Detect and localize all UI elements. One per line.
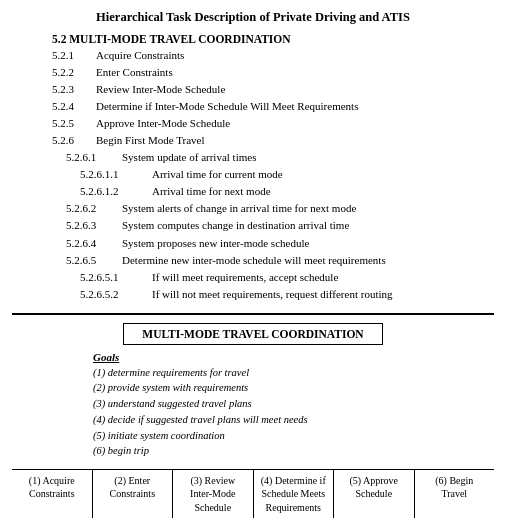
outline-item-num: 5.2.6.1.2 xyxy=(80,183,148,200)
goals-list: (1) determine requirements for travel(2)… xyxy=(93,365,413,460)
step-num: (2) Enter xyxy=(98,474,168,488)
outline-item-num: 5.2.6.1.1 xyxy=(80,166,148,183)
goal-item: (2) provide system with requirements xyxy=(93,380,413,396)
outline-item-text: System proposes new inter-mode schedule xyxy=(122,235,309,252)
coord-box: MULTI-MODE TRAVEL COORDINATION xyxy=(123,323,382,345)
step-label-line: Schedule xyxy=(339,487,409,501)
outline-item: 5.2.6.1System update of arrival times xyxy=(66,149,494,166)
outline-item-text: Enter Constraints xyxy=(96,64,173,81)
step-label-line: Inter-Mode xyxy=(178,487,248,501)
divider xyxy=(12,313,494,315)
page: Hierarchical Task Description of Private… xyxy=(0,0,506,526)
outline-item-text: System computes change in destination ar… xyxy=(122,217,349,234)
outline-item-text: If will meet requirements, accept schedu… xyxy=(152,269,338,286)
lower-section: MULTI-MODE TRAVEL COORDINATION Goals (1)… xyxy=(12,323,494,518)
section-header: 5.2 MULTI-MODE TRAVEL COORDINATION xyxy=(52,33,494,45)
outline-item: 5.2.6.5.1If will meet requirements, acce… xyxy=(80,269,494,286)
step-label-line: Schedule Meets xyxy=(259,487,329,501)
outline-item-text: Acquire Constraints xyxy=(96,47,184,64)
bottom-bar: (1) AcquireConstraints(2) EnterConstrain… xyxy=(12,469,494,519)
outline-item-text: Determine new inter-mode schedule will m… xyxy=(122,252,386,269)
step-label-line: Requirements xyxy=(259,501,329,515)
outline-item-num: 5.2.6.3 xyxy=(66,217,118,234)
page-title: Hierarchical Task Description of Private… xyxy=(12,10,494,25)
step-label-line: Constraints xyxy=(98,487,168,501)
outline-item-text: Begin First Mode Travel xyxy=(96,132,204,149)
outline-item-num: 5.2.6.5 xyxy=(66,252,118,269)
outline-item: 5.2.5Approve Inter-Mode Schedule xyxy=(52,115,494,132)
step-num: (4) Determine if xyxy=(259,474,329,488)
step-num: (1) Acquire xyxy=(17,474,87,488)
outline-item: 5.2.6.5Determine new inter-mode schedule… xyxy=(66,252,494,269)
outline-item: 5.2.6.2System alerts of change in arriva… xyxy=(66,200,494,217)
goals-area: Goals (1) determine requirements for tra… xyxy=(12,351,494,460)
outline-item-num: 5.2.6 xyxy=(52,132,92,149)
outline-item-text: Arrival time for current mode xyxy=(152,166,283,183)
outline-item: 5.2.1Acquire Constraints xyxy=(52,47,494,64)
outline-item: 5.2.6.5.2If will not meet requirements, … xyxy=(80,286,494,303)
step-label-line: Travel xyxy=(420,487,490,501)
outline-item-num: 5.2.6.2 xyxy=(66,200,118,217)
step-label-line: Constraints xyxy=(17,487,87,501)
outline-item-num: 5.2.4 xyxy=(52,98,92,115)
step-label-line: Schedule xyxy=(178,501,248,515)
outline-item-num: 5.2.6.5.1 xyxy=(80,269,148,286)
step-button-4[interactable]: (4) Determine ifSchedule MeetsRequiremen… xyxy=(254,470,335,519)
outline: 5.2.1Acquire Constraints5.2.2Enter Const… xyxy=(52,47,494,303)
outline-item: 5.2.6.1.2Arrival time for next mode xyxy=(80,183,494,200)
outline-item: 5.2.2Enter Constraints xyxy=(52,64,494,81)
outline-item: 5.2.6.3System computes change in destina… xyxy=(66,217,494,234)
outline-item-text: Determine if Inter-Mode Schedule Will Me… xyxy=(96,98,358,115)
step-button-2[interactable]: (2) EnterConstraints xyxy=(93,470,174,519)
outline-item-text: Approve Inter-Mode Schedule xyxy=(96,115,230,132)
outline-item-num: 5.2.1 xyxy=(52,47,92,64)
step-num: (6) Begin xyxy=(420,474,490,488)
step-button-1[interactable]: (1) AcquireConstraints xyxy=(12,470,93,519)
outline-item-text: Arrival time for next mode xyxy=(152,183,271,200)
goal-item: (1) determine requirements for travel xyxy=(93,365,413,381)
outline-item: 5.2.6.1.1Arrival time for current mode xyxy=(80,166,494,183)
step-button-5[interactable]: (5) ApproveSchedule xyxy=(334,470,415,519)
goal-item: (6) begin trip xyxy=(93,443,413,459)
goal-item: (4) decide if suggested travel plans wil… xyxy=(93,412,413,428)
goal-item: (3) understand suggested travel plans xyxy=(93,396,413,412)
goal-item: (5) initiate system coordination xyxy=(93,428,413,444)
goals-inner: Goals (1) determine requirements for tra… xyxy=(93,351,413,460)
step-button-6[interactable]: (6) BeginTravel xyxy=(415,470,495,519)
outline-item: 5.2.3Review Inter-Mode Schedule xyxy=(52,81,494,98)
outline-item-text: System update of arrival times xyxy=(122,149,256,166)
outline-item: 5.2.6Begin First Mode Travel xyxy=(52,132,494,149)
outline-item: 5.2.6.4System proposes new inter-mode sc… xyxy=(66,235,494,252)
outline-item-text: System alerts of change in arrival time … xyxy=(122,200,356,217)
outline-item-num: 5.2.6.4 xyxy=(66,235,118,252)
outline-item-text: If will not meet requirements, request d… xyxy=(152,286,393,303)
step-num: (3) Review xyxy=(178,474,248,488)
outline-item-num: 5.2.6.5.2 xyxy=(80,286,148,303)
step-button-3[interactable]: (3) ReviewInter-ModeSchedule xyxy=(173,470,254,519)
outline-item-num: 5.2.3 xyxy=(52,81,92,98)
outline-item-num: 5.2.6.1 xyxy=(66,149,118,166)
step-num: (5) Approve xyxy=(339,474,409,488)
outline-item: 5.2.4Determine if Inter-Mode Schedule Wi… xyxy=(52,98,494,115)
outline-item-text: Review Inter-Mode Schedule xyxy=(96,81,225,98)
outline-item-num: 5.2.2 xyxy=(52,64,92,81)
outline-item-num: 5.2.5 xyxy=(52,115,92,132)
goals-title: Goals xyxy=(93,351,413,363)
